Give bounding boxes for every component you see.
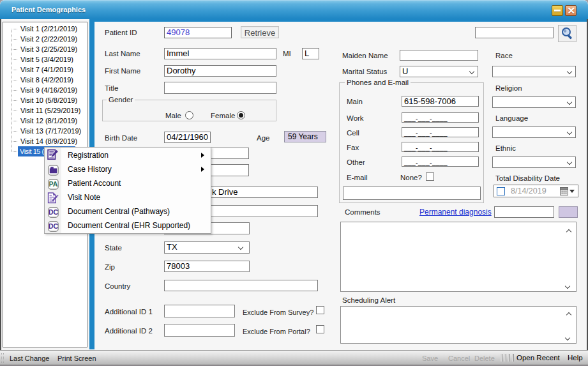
- svg-text:DC: DC: [49, 208, 59, 216]
- svg-text:PA: PA: [49, 180, 58, 188]
- svg-text:DC: DC: [49, 222, 59, 230]
